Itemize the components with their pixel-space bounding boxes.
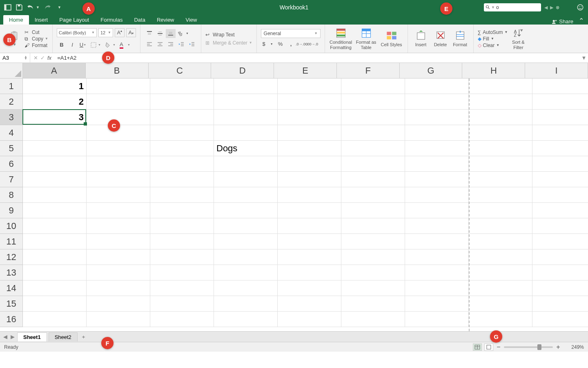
cell[interactable] — [87, 172, 150, 187]
cell[interactable] — [87, 79, 150, 94]
cell[interactable] — [150, 110, 214, 125]
normal-view-button[interactable] — [473, 343, 482, 351]
clear-button[interactable]: ◇ Clear ▼ — [478, 43, 508, 48]
cell[interactable] — [405, 249, 469, 265]
cell[interactable] — [405, 218, 469, 234]
redo-icon[interactable] — [44, 4, 51, 11]
cell[interactable] — [214, 312, 278, 327]
cell[interactable] — [405, 79, 469, 94]
cell[interactable] — [150, 265, 214, 280]
number-format-combo[interactable]: General▼ — [261, 29, 321, 38]
cell[interactable] — [87, 156, 150, 172]
cell[interactable] — [532, 234, 588, 249]
cell[interactable] — [532, 141, 588, 156]
cell[interactable] — [405, 141, 469, 156]
row-header[interactable]: 6 — [0, 156, 23, 172]
cell[interactable] — [469, 296, 532, 312]
cell[interactable]: 1 — [23, 79, 87, 94]
row-header[interactable]: 2 — [0, 94, 23, 110]
select-all-corner[interactable] — [0, 63, 23, 79]
tab-insert[interactable]: Insert — [29, 15, 54, 25]
cell[interactable] — [405, 296, 469, 312]
cell[interactable] — [469, 234, 532, 249]
cell[interactable] — [405, 94, 469, 110]
cell[interactable] — [469, 172, 532, 187]
cell[interactable] — [278, 218, 341, 234]
cell[interactable] — [23, 265, 87, 280]
cell[interactable] — [341, 172, 405, 187]
cell[interactable] — [150, 125, 214, 141]
column-header[interactable]: I — [525, 63, 588, 78]
cell[interactable] — [532, 110, 588, 125]
cell[interactable] — [214, 280, 278, 296]
decrease-font-button[interactable]: A▾ — [126, 28, 136, 37]
cell[interactable] — [469, 94, 532, 110]
cell[interactable] — [341, 187, 405, 203]
cell[interactable] — [278, 234, 341, 249]
sheet-nav-next-icon[interactable]: ▶ — [10, 334, 16, 340]
copy-button[interactable]: ⧉Copy ▼ — [24, 36, 48, 42]
cell[interactable] — [87, 312, 150, 327]
currency-button[interactable]: $▼ — [261, 40, 275, 49]
cell[interactable] — [87, 218, 150, 234]
fill-button[interactable]: ◆ Fill ▼ — [478, 36, 508, 42]
cell[interactable] — [405, 125, 469, 141]
align-middle-button[interactable] — [155, 29, 165, 38]
cell[interactable] — [532, 280, 588, 296]
font-size-combo[interactable]: 12▼ — [98, 28, 113, 37]
comma-button[interactable]: , — [286, 40, 296, 49]
cell[interactable] — [150, 141, 214, 156]
font-color-button[interactable]: A▼ — [118, 40, 132, 49]
cell[interactable] — [214, 110, 278, 125]
align-left-button[interactable] — [145, 40, 154, 49]
sort-filter-button[interactable]: AZSort & Filter — [509, 27, 527, 49]
expand-formula-bar-icon[interactable]: ▼ — [580, 55, 588, 61]
row-header[interactable]: 4 — [0, 125, 23, 141]
row-header[interactable]: 8 — [0, 187, 23, 203]
search-input[interactable]: ▼ o — [484, 3, 541, 11]
italic-button[interactable]: I — [67, 40, 77, 49]
cell[interactable] — [23, 218, 87, 234]
cell[interactable] — [278, 94, 341, 110]
cell[interactable] — [23, 312, 87, 327]
wrap-text-button[interactable]: ↩Wrap Text — [205, 32, 252, 38]
fill-color-button[interactable]: ▼ — [103, 40, 117, 49]
cell[interactable] — [214, 249, 278, 265]
enter-formula-icon[interactable]: ✓ — [40, 55, 45, 61]
row-header[interactable]: 16 — [0, 312, 23, 327]
cancel-formula-icon[interactable]: ✕ — [33, 55, 38, 61]
cell[interactable] — [150, 312, 214, 327]
cell[interactable] — [532, 203, 588, 218]
align-top-button[interactable] — [145, 29, 154, 38]
paste-button[interactable]: ▼ — [7, 31, 23, 47]
cell[interactable] — [532, 218, 588, 234]
cell[interactable] — [278, 172, 341, 187]
cell[interactable] — [150, 280, 214, 296]
orientation-button[interactable]: ab▼ — [176, 29, 190, 38]
cell[interactable] — [278, 265, 341, 280]
cell[interactable] — [469, 125, 532, 141]
tab-review[interactable]: Review — [151, 15, 180, 25]
cell[interactable] — [341, 125, 405, 141]
cell[interactable] — [214, 125, 278, 141]
zoom-level[interactable]: 249% — [564, 344, 584, 350]
cell[interactable] — [214, 94, 278, 110]
cell[interactable] — [341, 234, 405, 249]
tab-page-layout[interactable]: Page Layout — [53, 15, 95, 25]
cell[interactable] — [214, 156, 278, 172]
cell[interactable] — [87, 203, 150, 218]
add-sheet-button[interactable]: ＋ — [79, 333, 88, 341]
cell[interactable] — [532, 172, 588, 187]
underline-button[interactable]: U▼ — [78, 40, 88, 49]
cell[interactable] — [87, 110, 150, 125]
cells-area[interactable]: 123Dogs — [23, 79, 588, 331]
cell[interactable] — [23, 187, 87, 203]
cell[interactable] — [150, 94, 214, 110]
cell[interactable] — [87, 296, 150, 312]
insert-cells-button[interactable]: Insert — [412, 30, 430, 47]
cell[interactable] — [469, 141, 532, 156]
cell[interactable] — [278, 203, 341, 218]
cell[interactable] — [150, 79, 214, 94]
cell[interactable] — [405, 312, 469, 327]
cell[interactable] — [532, 312, 588, 327]
